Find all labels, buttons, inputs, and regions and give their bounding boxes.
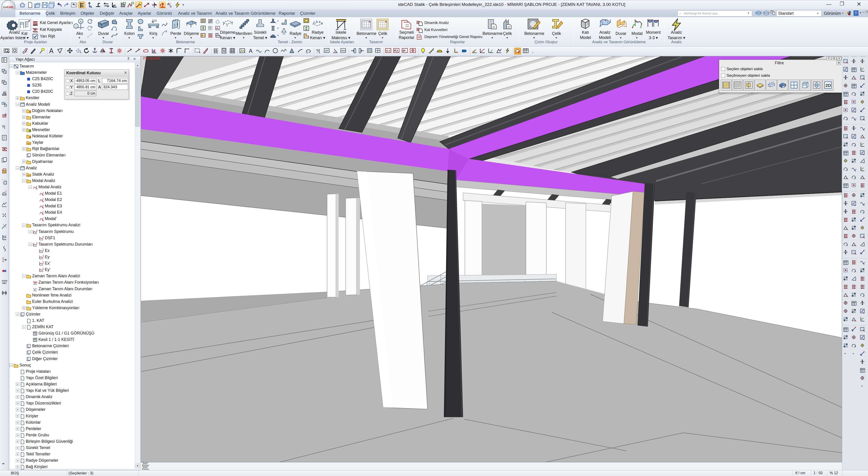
- svg-text:A: A: [80, 20, 82, 23]
- svg-text:+2: +2: [306, 51, 308, 54]
- svg-text:Perspektif: Perspektif: [143, 56, 160, 60]
- svg-text:AUTO: AUTO: [2, 280, 7, 282]
- svg-text:?{: ?{: [2, 125, 5, 129]
- svg-text:mm²: mm²: [341, 49, 346, 52]
- svg-text:1: 1: [75, 24, 77, 28]
- svg-text:3P: 3P: [402, 49, 405, 52]
- svg-text:?: ?: [855, 11, 857, 16]
- svg-text:A: A: [249, 48, 252, 54]
- svg-text:ABC: ABC: [2, 282, 6, 284]
- svg-text:m²: m²: [325, 49, 328, 52]
- svg-text:?{: ?{: [316, 49, 320, 53]
- svg-text:N: N: [154, 19, 157, 22]
- svg-text:X,Y: X,Y: [386, 49, 390, 52]
- svg-text:S: S: [170, 5, 172, 8]
- svg-text:2D: 2D: [826, 83, 831, 88]
- svg-text:⇱Z: ⇱Z: [394, 49, 398, 52]
